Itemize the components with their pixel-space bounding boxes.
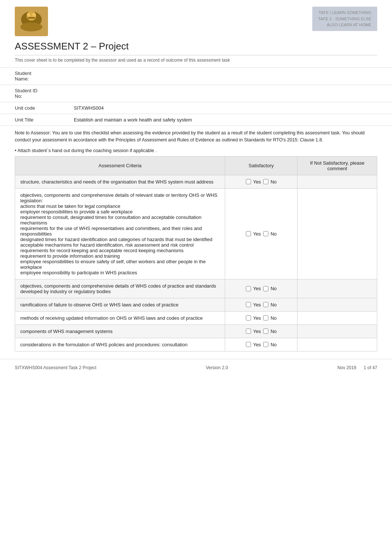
checkbox-group: Yes No [230,329,292,334]
checkbox-group: Yes No [230,342,292,347]
no-label: No [271,315,277,321]
info-value: SITXWHS004 [59,102,392,114]
yes-label: Yes [253,179,261,185]
no-checkbox[interactable] [263,231,268,236]
checkbox-group: Yes No [230,231,292,237]
yes-checkbox[interactable] [246,315,251,320]
no-label: No [271,342,277,347]
header-area: TAFE / LEARN SOMETHING TAFE 2 - SOMETHIN… [0,0,392,39]
col-header-criteria: Assessment Criteria [15,156,225,175]
svg-point-2 [20,23,42,31]
table-row: considerations in the formulation of WHS… [15,338,377,351]
info-row: Student ID No: [0,85,392,102]
table-row: methods of receiving updated information… [15,311,377,325]
yes-label: Yes [253,302,261,308]
info-label: Student Name: [0,68,59,85]
no-label: No [271,286,277,291]
criteria-cell: components of WHS management systems [15,325,225,338]
no-label: No [271,302,277,308]
footer-date: Nov 2019 [337,365,356,370]
yes-label: Yes [253,286,261,291]
table-row: structure, characteristics and needs of … [15,175,377,188]
checkbox-group: Yes No [230,286,292,291]
yes-label: Yes [253,315,261,321]
page: TAFE / LEARN SOMETHING TAFE 2 - SOMETHIN… [0,0,392,556]
yes-label: Yes [253,342,261,347]
no-checkbox[interactable] [263,286,268,291]
page-title: ASSESSMENT 2 – Project [15,39,377,55]
satisfactory-cell: Yes No [225,311,297,325]
checkbox-group: Yes No [230,179,292,185]
logo-image [15,7,48,36]
info-row: Unit code SITXWHS004 [0,102,392,114]
comment-cell [298,311,377,325]
brand-line-2: TAFE 2 - SOMETHING ELSE [318,16,371,22]
no-checkbox[interactable] [263,329,268,334]
no-checkbox[interactable] [263,342,268,347]
brand-line-1: TAFE / LEARN SOMETHING [318,10,371,16]
assessment-table: Assessment Criteria Satisfactory If Not … [15,156,377,351]
info-value [59,68,392,85]
criteria-cell: ramifications of failure to observe OHS … [15,298,225,311]
satisfactory-cell: Yes No [225,338,297,351]
satisfactory-cell: Yes No [225,325,297,338]
no-checkbox[interactable] [263,179,268,184]
comment-cell [298,175,377,188]
info-table: Student Name: Student ID No: Unit code S… [0,67,392,126]
footer-center: Version 2.0 [206,365,228,370]
footer-bar: SITXWHS004 Assessment Task 2 Project Ver… [0,359,392,370]
info-value [59,85,392,102]
title-area: ASSESSMENT 2 – Project This cover sheet … [0,39,392,67]
yes-label: Yes [253,231,261,237]
logo-box [15,7,48,36]
no-checkbox[interactable] [263,315,268,320]
comment-cell [298,325,377,338]
yes-checkbox[interactable] [246,286,251,291]
footer-left: SITXWHS004 Assessment Task 2 Project [15,365,96,370]
page-subtitle: This cover sheet is to be completed by t… [15,55,377,66]
bullet-note: • Attach student`s hand out during the c… [0,147,392,156]
no-label: No [271,329,277,334]
yes-checkbox[interactable] [246,231,251,236]
table-row: ramifications of failure to observe OHS … [15,298,377,311]
footer-page: 1 of 47 [364,365,377,370]
table-row: components of WHS management systems Yes… [15,325,377,338]
no-label: No [271,179,277,185]
no-checkbox[interactable] [263,302,268,307]
brand-line-3: ALSO LEARN AT HOME [318,22,371,28]
info-label: Unit code [0,102,59,114]
comment-cell [298,298,377,311]
info-row: Unit Title Establish and maintain a work… [0,114,392,126]
info-label: Student ID No: [0,85,59,102]
svg-rect-5 [28,17,35,18]
info-value: Establish and maintain a work health and… [59,114,392,126]
satisfactory-cell: Yes No [225,279,297,298]
header-right: TAFE / LEARN SOMETHING TAFE 2 - SOMETHIN… [59,7,377,31]
yes-label: Yes [253,329,261,334]
yes-checkbox[interactable] [246,179,251,184]
note-area: Note to Assessor: You are to use this ch… [0,126,392,147]
satisfactory-cell: Yes No [225,175,297,188]
brand-block: TAFE / LEARN SOMETHING TAFE 2 - SOMETHIN… [312,7,377,31]
checkbox-group: Yes No [230,315,292,321]
criteria-cell: structure, characteristics and needs of … [15,175,225,188]
yes-checkbox[interactable] [246,329,251,334]
checkbox-group: Yes No [230,302,292,308]
col-header-comment: If Not Satisfactory, please comment [298,156,377,175]
info-label: Unit Title [0,114,59,126]
svg-point-3 [27,13,31,17]
satisfactory-cell: Yes No [225,188,297,279]
table-row: objectives, components and comprehensive… [15,188,377,279]
satisfactory-cell: Yes No [225,298,297,311]
criteria-cell: considerations in the formulation of WHS… [15,338,225,351]
comment-cell [298,338,377,351]
comment-cell [298,188,377,279]
yes-checkbox[interactable] [246,342,251,347]
criteria-cell: objectives, components and comprehensive… [15,188,225,279]
no-label: No [271,231,277,237]
col-header-satisfactory: Satisfactory [225,156,297,175]
comment-cell [298,279,377,298]
footer-right: Nov 2019 1 of 47 [337,365,377,370]
yes-checkbox[interactable] [246,302,251,307]
criteria-cell: objectives, components and comprehensive… [15,279,225,298]
